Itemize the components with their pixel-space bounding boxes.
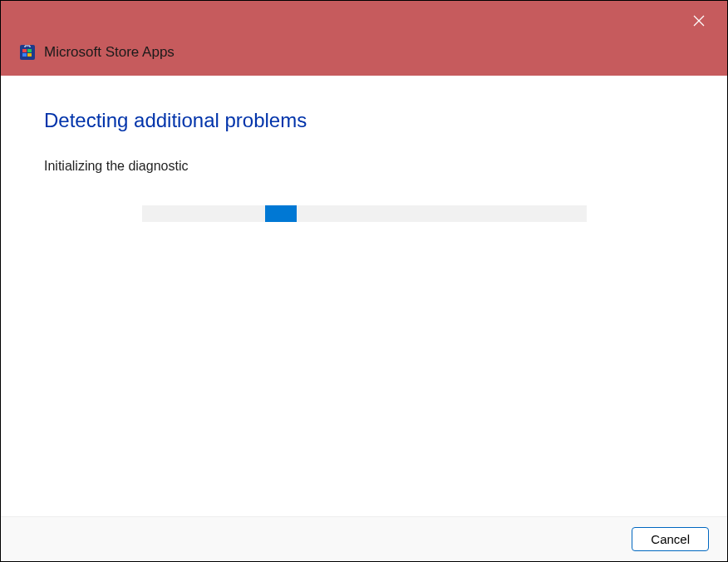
footer: Cancel bbox=[1, 516, 727, 561]
content-area: Detecting additional problems Initializi… bbox=[1, 76, 727, 516]
close-button[interactable] bbox=[682, 7, 716, 34]
status-text: Initializing the diagnostic bbox=[44, 159, 684, 174]
window-title: Microsoft Store Apps bbox=[44, 44, 175, 61]
titlebar: Microsoft Store Apps bbox=[1, 1, 727, 76]
troubleshooter-window: Microsoft Store Apps Detecting additiona… bbox=[0, 0, 728, 562]
svg-rect-5 bbox=[22, 53, 27, 57]
progress-indicator bbox=[265, 205, 297, 222]
close-icon bbox=[692, 14, 706, 27]
cancel-button[interactable]: Cancel bbox=[632, 527, 709, 551]
svg-rect-4 bbox=[27, 49, 32, 52]
store-app-icon bbox=[19, 44, 36, 61]
svg-rect-3 bbox=[22, 49, 27, 52]
page-heading: Detecting additional problems bbox=[44, 109, 684, 132]
titlebar-content: Microsoft Store Apps bbox=[19, 44, 175, 61]
progress-bar bbox=[142, 205, 587, 222]
svg-rect-6 bbox=[27, 53, 32, 57]
